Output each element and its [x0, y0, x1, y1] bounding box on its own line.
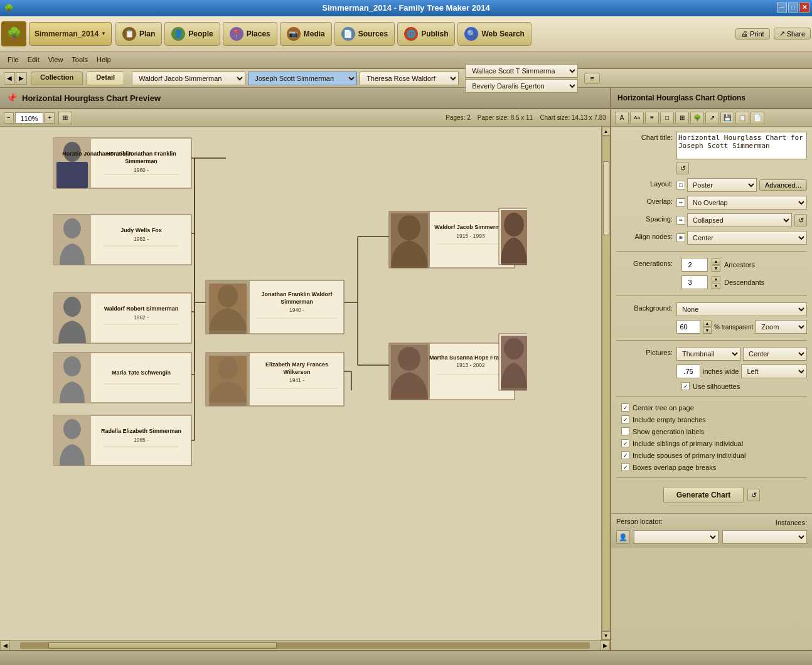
descendants-down[interactable]: ▼: [712, 283, 720, 289]
person-box-waldorf-jacob[interactable]: Waldorf Jacob Simmerman 1915 - 1993: [389, 211, 515, 268]
descendants-up[interactable]: ▲: [712, 276, 720, 282]
edit-menu[interactable]: Edit: [24, 55, 43, 64]
scroll-left-button[interactable]: ◀: [0, 641, 10, 651]
overlap-select[interactable]: No Overlap: [687, 196, 807, 210]
person-box-maria[interactable]: Maria Tate Schwengin: [53, 353, 191, 403]
person-box-jonathan[interactable]: Jonathan Franklin Waldorf Simmerman 1940…: [206, 280, 344, 334]
people-nav-button[interactable]: 👤 People: [164, 22, 220, 46]
background-select[interactable]: None: [676, 302, 807, 316]
person1-select[interactable]: Waldorf Jacob Simmerman: [132, 72, 245, 85]
person-box-judy[interactable]: Judy Wells Fox 1962 -: [53, 215, 191, 265]
back-button[interactable]: ◀: [4, 72, 15, 85]
opt-export-button[interactable]: ↗: [705, 112, 719, 124]
scroll-down-button[interactable]: ▼: [602, 631, 611, 640]
svg-text:1962 -: 1962 -: [134, 236, 149, 242]
include-siblings-checkbox[interactable]: [621, 439, 629, 447]
svg-rect-23: [56, 162, 88, 188]
person-box-horatio[interactable]: Horatio Jonathan Franklin Horatio Jonath…: [53, 138, 191, 188]
person-box-martha[interactable]: Martha Susanna Hope Franklin 1913 - 2002: [389, 343, 515, 400]
horizontal-scrollbar[interactable]: ◀ ▶: [0, 640, 610, 650]
maximize-button[interactable]: □: [788, 3, 798, 13]
include-empty-checkbox[interactable]: [621, 415, 629, 423]
zoom-decrease-button[interactable]: −: [4, 112, 14, 124]
generate-chart-button[interactable]: Generate Chart: [663, 487, 744, 503]
collection-tab[interactable]: Collection: [31, 72, 83, 85]
opt-tree-button[interactable]: 🌳: [690, 112, 704, 124]
boxes-overlap-checkbox[interactable]: [621, 463, 629, 471]
ancestors-down[interactable]: ▼: [712, 265, 720, 272]
tools-menu[interactable]: Tools: [68, 55, 92, 64]
advanced-button[interactable]: Advanced...: [759, 179, 807, 191]
zoom-increase-button[interactable]: +: [45, 112, 55, 124]
person4-select[interactable]: Wallace Scott T Simmerman: [465, 64, 578, 78]
instances-select[interactable]: [722, 530, 807, 544]
chart-title-refresh[interactable]: ↺: [676, 162, 689, 174]
ancestors-up[interactable]: ▲: [712, 258, 720, 265]
center-tree-checkbox[interactable]: [621, 403, 629, 412]
opt-save-button[interactable]: 💾: [720, 112, 734, 124]
share-button[interactable]: ↗ Share: [774, 28, 811, 40]
pct-up[interactable]: ▲: [703, 321, 712, 327]
generate-refresh[interactable]: ↺: [747, 489, 760, 501]
person2-select[interactable]: Joseph Scott Simmerman: [248, 72, 357, 85]
person-box-right2[interactable]: [499, 334, 527, 390]
person-box-right1[interactable]: [499, 208, 527, 265]
pictures-size-input[interactable]: [676, 364, 700, 378]
print-button[interactable]: 🖨 Print: [735, 28, 770, 40]
ancestors-input[interactable]: [681, 258, 708, 272]
person-box-radella[interactable]: Radella Elizabeth Simmerman 1965 -: [53, 415, 191, 466]
places-nav-button[interactable]: 📍 Places: [223, 22, 277, 46]
opt-list-button[interactable]: ≡: [645, 112, 659, 124]
minimize-button[interactable]: ─: [777, 3, 787, 13]
scroll-right-button[interactable]: ▶: [600, 641, 610, 651]
locator-search-icon[interactable]: 👤: [616, 530, 630, 544]
pictures-align2-select[interactable]: Left: [741, 364, 807, 378]
align-nodes-select[interactable]: Center: [687, 231, 807, 245]
publish-nav-button[interactable]: 🌐 Publish: [397, 22, 455, 46]
opt-layout-button[interactable]: ⊞: [675, 112, 689, 124]
opt-font-button[interactable]: A: [615, 112, 629, 124]
silhouettes-checkbox-row: Use silhouettes: [681, 382, 740, 390]
overlap-label: Overlap:: [616, 196, 673, 205]
pictures-select[interactable]: Thumbnail: [676, 347, 740, 361]
vertical-scrollbar[interactable]: ▲ ▼: [601, 127, 610, 640]
close-button[interactable]: ✕: [799, 3, 809, 13]
person-locator-select[interactable]: [634, 530, 719, 544]
forward-button[interactable]: ▶: [16, 72, 27, 85]
opt-text-button[interactable]: Aa: [630, 112, 644, 124]
person-box-waldorf-robert[interactable]: Waldorf Robert Simmerman 1962 -: [53, 293, 191, 343]
background-pct-input[interactable]: [676, 320, 700, 334]
silhouettes-label-empty: [616, 382, 673, 384]
detail-tab[interactable]: Detail: [87, 72, 124, 85]
spacing-select[interactable]: Collapsed: [687, 213, 792, 227]
view-menu[interactable]: View: [45, 55, 67, 64]
opt-copy-button[interactable]: 📋: [735, 112, 749, 124]
opt-paste-button[interactable]: 📄: [751, 112, 764, 124]
scroll-up-button[interactable]: ▲: [602, 127, 611, 136]
layout-select[interactable]: Poster: [687, 178, 757, 192]
chart-title-input[interactable]: Horizontal Hourglass Chart for Joseph Sc…: [676, 132, 807, 159]
show-generation-checkbox[interactable]: [621, 427, 629, 435]
plan-nav-button[interactable]: 📋 Plan: [115, 22, 162, 46]
opt-box-button[interactable]: □: [660, 112, 674, 124]
sources-nav-button[interactable]: 📄 Sources: [334, 22, 395, 46]
include-spouses-checkbox[interactable]: [621, 451, 629, 459]
web-search-nav-button[interactable]: 🔍 Web Search: [457, 22, 531, 46]
sources-label: Sources: [358, 29, 388, 38]
zoom-select[interactable]: Zoom: [756, 320, 807, 334]
app-name-label: Simmerman_2014: [35, 29, 99, 38]
use-silhouettes-checkbox[interactable]: [681, 382, 690, 390]
spacing-refresh[interactable]: ↺: [794, 214, 807, 226]
app-dropdown-button[interactable]: Simmerman_2014 ▼: [29, 22, 112, 46]
fit-page-button[interactable]: ⊞: [58, 112, 72, 124]
view-options-button[interactable]: ≡: [584, 73, 599, 84]
person5-select[interactable]: Beverly Daralis Egerton: [465, 79, 578, 93]
file-menu[interactable]: File: [4, 55, 23, 64]
person-box-elizabeth[interactable]: Elizabeth Mary Frances Wilkerson 1941 -: [206, 353, 344, 406]
media-nav-button[interactable]: 📷 Media: [280, 22, 332, 46]
descendants-input[interactable]: [681, 275, 708, 289]
help-menu[interactable]: Help: [93, 55, 115, 64]
pct-down[interactable]: ▼: [703, 327, 712, 334]
pictures-align-select[interactable]: Center: [743, 347, 807, 361]
person3-select[interactable]: Theresa Rose Waldorf: [360, 72, 459, 85]
